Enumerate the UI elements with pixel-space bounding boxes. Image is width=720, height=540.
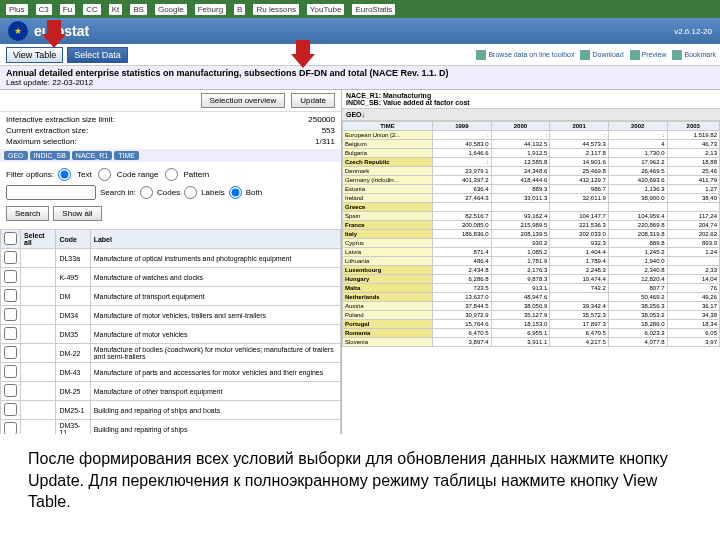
- table-row[interactable]: DM-22Manufacture of bodies (coachwork) f…: [1, 344, 341, 363]
- search-button[interactable]: Search: [6, 206, 49, 221]
- geo-header: GEO↓: [342, 109, 720, 121]
- radio-labels[interactable]: [184, 186, 197, 199]
- tab[interactable]: Fu: [60, 4, 75, 15]
- table-row[interactable]: DM-25Manufacture of other transport equi…: [1, 382, 341, 401]
- preview-link[interactable]: Preview: [630, 50, 667, 60]
- value-cell: [433, 203, 492, 212]
- time-header: TIME: [343, 122, 433, 131]
- selection-overview-button[interactable]: Selection overview: [201, 93, 286, 108]
- data-row: Denmark23,979.124,348.625,469.826,469.52…: [343, 167, 720, 176]
- tab[interactable]: Feburg: [195, 4, 226, 15]
- label-cell: Manufacture of motor vehicles, trailers …: [90, 306, 340, 325]
- row-checkbox[interactable]: [4, 384, 17, 397]
- country-cell: Czech Republic: [343, 158, 433, 167]
- dim-tab[interactable]: TIME: [114, 151, 139, 160]
- row-checkbox[interactable]: [4, 251, 17, 264]
- data-row: Germany (includin...401,397.2418,444.641…: [343, 176, 720, 185]
- radio-both[interactable]: [229, 186, 242, 199]
- tab[interactable]: EuroStatis: [352, 4, 395, 15]
- value-cell: 1,646.6: [433, 149, 492, 158]
- value-cell: 25,46: [667, 167, 720, 176]
- nace-label: NACE_R1: Manufacturing: [346, 92, 716, 99]
- table-row[interactable]: DM25-1Building and repairing of ships an…: [1, 401, 341, 420]
- search-input[interactable]: [6, 185, 96, 200]
- update-button[interactable]: Update: [291, 93, 335, 108]
- radio-text[interactable]: [58, 168, 71, 181]
- show-all-button[interactable]: Show all: [53, 206, 101, 221]
- value-cell: 2,13: [667, 149, 720, 158]
- value-cell: 1,730.0: [608, 149, 667, 158]
- tab[interactable]: Google: [155, 4, 187, 15]
- value-cell: 4,077.8: [608, 338, 667, 347]
- table-row[interactable]: K-495Manufacture of watches and clocks: [1, 268, 341, 287]
- current-label: Current extraction size:: [6, 126, 88, 135]
- tab[interactable]: C3: [36, 4, 52, 15]
- dim-tab[interactable]: GEO: [4, 151, 28, 160]
- table-row[interactable]: DL33aManufacture of optical instruments …: [1, 249, 341, 268]
- select-all-checkbox[interactable]: [4, 232, 17, 245]
- country-cell: Greece: [343, 203, 433, 212]
- time-header: 1999: [433, 122, 492, 131]
- table-row[interactable]: DM-43Manufacture of parts and accessorie…: [1, 363, 341, 382]
- tab[interactable]: B: [234, 4, 245, 15]
- value-cell: 17,962.2: [608, 158, 667, 167]
- value-cell: 742.2: [550, 284, 609, 293]
- value-cell: [550, 203, 609, 212]
- tab[interactable]: CC: [83, 4, 101, 15]
- select-data-tab[interactable]: Select Data: [67, 47, 128, 63]
- browse-link[interactable]: Browse data on line toolbox: [476, 50, 574, 60]
- value-cell: 38,256.3: [608, 302, 667, 311]
- table-row[interactable]: DM35-11Building and repairing of ships: [1, 420, 341, 435]
- data-row: Spain82,516.793,162.4104,147.7104,959.41…: [343, 212, 720, 221]
- data-row: Romania6,470.56,955.16,470.56,023.36,05: [343, 329, 720, 338]
- value-cell: 2,340.8: [608, 266, 667, 275]
- radio-codes[interactable]: [140, 186, 153, 199]
- bookmark-link[interactable]: Bookmark: [672, 50, 716, 60]
- dim-tab[interactable]: INDIC_SB: [30, 151, 70, 160]
- country-cell: Luxembourg: [343, 266, 433, 275]
- code-cell: DM34: [56, 306, 90, 325]
- radio-code-range[interactable]: [98, 168, 111, 181]
- row-checkbox[interactable]: [4, 365, 17, 378]
- country-cell: Bulgaria: [343, 149, 433, 158]
- code-table: Select all Code Label DL33aManufacture o…: [0, 229, 341, 434]
- value-cell: 1,912.5: [491, 149, 550, 158]
- tab[interactable]: Plus: [6, 4, 28, 15]
- value-cell: 46,73: [667, 140, 720, 149]
- value-cell: 4: [608, 140, 667, 149]
- radio-pattern[interactable]: [165, 168, 178, 181]
- table-row[interactable]: DM34Manufacture of motor vehicles, trail…: [1, 306, 341, 325]
- tab[interactable]: Ru lessons: [253, 4, 299, 15]
- row-checkbox[interactable]: [4, 289, 17, 302]
- dim-tab[interactable]: NACE_R1: [72, 151, 112, 160]
- value-cell: 6,955.1: [491, 329, 550, 338]
- data-row: Luxembourg2,434.82,176.32,248.32,340.82,…: [343, 266, 720, 275]
- country-cell: Portugal: [343, 320, 433, 329]
- limit-value: 250000: [308, 115, 335, 124]
- data-row: Portugal15,764.618,153.017,897.318,286.0…: [343, 320, 720, 329]
- value-cell: 44,132.5: [491, 140, 550, 149]
- code-table-wrap[interactable]: Select all Code Label DL33aManufacture o…: [0, 229, 341, 434]
- row-checkbox[interactable]: [4, 327, 17, 340]
- data-row: Lithuania486.41,781.91,789.41,940.0: [343, 257, 720, 266]
- label-cell: Manufacture of parts and accessories for…: [90, 363, 340, 382]
- row-checkbox[interactable]: [4, 403, 17, 416]
- table-row[interactable]: DM35Manufacture of motor vehicles: [1, 325, 341, 344]
- value-cell: 913.1: [491, 284, 550, 293]
- row-checkbox[interactable]: [4, 422, 17, 434]
- download-link[interactable]: Download: [580, 50, 623, 60]
- data-scroll[interactable]: TIME19992000200120022003 European Union …: [342, 121, 720, 434]
- tab[interactable]: Kt: [109, 4, 123, 15]
- value-cell: 18,153.0: [491, 320, 550, 329]
- country-cell: Cyprus: [343, 239, 433, 248]
- table-row[interactable]: DMManufacture of transport equipment: [1, 287, 341, 306]
- tab[interactable]: BS: [130, 4, 147, 15]
- tab[interactable]: YouTube: [307, 4, 344, 15]
- row-checkbox[interactable]: [4, 270, 17, 283]
- header-links: Browse data on line toolbox Download Pre…: [476, 50, 716, 60]
- right-pane: NACE_R1: Manufacturing INDIC_SB: Value a…: [342, 90, 720, 434]
- country-cell: European Union (2...: [343, 131, 433, 140]
- row-checkbox[interactable]: [4, 346, 17, 359]
- country-cell: Germany (includin...: [343, 176, 433, 185]
- row-checkbox[interactable]: [4, 308, 17, 321]
